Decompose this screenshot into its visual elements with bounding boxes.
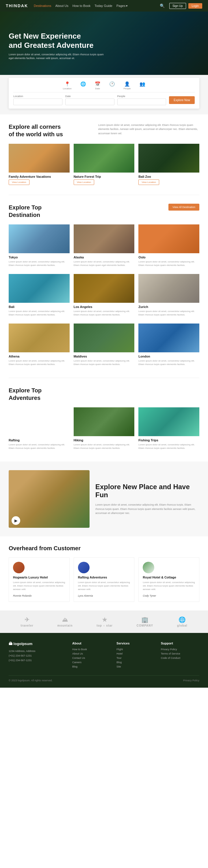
card-bali2-desc: Lorem ipsum dolor sit amet, consectetur … — [9, 310, 70, 317]
footer-link-privacy[interactable]: Privacy Policy — [161, 648, 199, 651]
card-family: Family Adventure Vacations View Location — [9, 144, 70, 186]
footer-link-about-us[interactable]: About Us — [72, 652, 111, 655]
card-alaska-title: Alaska — [74, 255, 135, 259]
card-family-body: Family Adventure Vacations View Location — [9, 173, 70, 186]
people-input[interactable] — [117, 98, 166, 105]
adventures-header: Explore Top Adventures — [9, 386, 199, 402]
footer-col-services: Services Flight Hotel Tour Blog Site — [116, 642, 155, 670]
footer-col-support: Support Privacy Policy Terms of Service … — [161, 642, 199, 670]
footer-services-title: Services — [116, 642, 155, 645]
card-la-body: Los Angeles Lorem ipsum dolor sit amet, … — [74, 303, 135, 319]
testimonials-section: Overheard from Customer Hogwarts Luxury … — [0, 536, 208, 611]
footer-link-flight[interactable]: Flight — [116, 648, 155, 651]
card-bali-body: Bali Zoo View Location — [138, 173, 199, 186]
footer-grid: 🏔 logolpsum 1234 Address, Address (+01) … — [9, 642, 199, 670]
card-athena-title: Athena — [9, 354, 70, 358]
partner-mountain: ⛰ mountain — [57, 617, 73, 627]
location-label: Location — [13, 95, 62, 98]
maldives-image — [74, 323, 135, 352]
footer-link-site[interactable]: Site — [116, 665, 155, 668]
people-search-icon[interactable]: 👤 People — [124, 81, 131, 90]
search-icons-row: 📍 Location 🌐 📅 Date 🕐 👤 People 👥 — [13, 81, 195, 92]
nav-logo: THINDAK — [6, 3, 28, 8]
footer-policy-link[interactable]: Privacy Policy — [183, 679, 199, 682]
date-field: Date — [65, 95, 114, 105]
location-input[interactable] — [13, 98, 62, 105]
footer-link-blog-service[interactable]: Blog — [116, 661, 155, 664]
testimonial-3: Royal Hotel & Cottage Lorem ipsum dolor … — [138, 557, 199, 602]
explore-new-image: ▶ — [9, 470, 89, 528]
top-adventures-section: Explore Top Adventures Rafting Lorem ips… — [0, 378, 208, 462]
footer-link-blog-about[interactable]: Blog — [72, 665, 111, 668]
nav-link-how[interactable]: How to Book — [73, 4, 90, 8]
footer-link-terms[interactable]: Terms of Service — [161, 652, 199, 655]
tokyo-image — [9, 224, 70, 253]
oslo-image — [138, 224, 199, 253]
footer-contact: 1234 Address, Address (+01) 234-567-1231… — [9, 649, 67, 663]
view-all-destinations-button[interactable]: View All Destination — [168, 204, 199, 211]
nav-link-pages[interactable]: Pages ▾ — [116, 4, 128, 8]
explore-button[interactable]: Explore Now — [169, 96, 195, 104]
adventures-title: Explore Top Adventures — [9, 386, 67, 402]
nav-link-destinations[interactable]: Destinations — [34, 4, 51, 8]
avatar-rafting — [78, 562, 89, 573]
card-tokyo-title: Tokyo — [9, 255, 70, 259]
footer-link-code[interactable]: Code of Conduct — [161, 656, 199, 659]
group-search-icon[interactable]: 👥 — [139, 81, 145, 90]
card-zurich-desc: Lorem ipsum dolor sit amet, consectetur … — [138, 310, 199, 317]
nav-link-about[interactable]: About Us — [55, 4, 69, 8]
testimonial-author-1: Ronnie Rolando — [13, 594, 32, 597]
card-oslo-body: Oslo Lorem ipsum dolor sit amet, consect… — [138, 253, 199, 270]
card-forest-button[interactable]: View Location — [74, 180, 95, 185]
partner-traveler: ✈ traveler — [21, 616, 33, 627]
athena-image — [9, 323, 70, 352]
london-image — [138, 323, 199, 352]
card-family-title: Family Adventure Vacations — [9, 175, 70, 178]
card-fishing: Fishing Trips Lorem ipsum dolor sit amet… — [138, 407, 199, 453]
time-search-icon[interactable]: 🕐 — [109, 81, 115, 90]
date-search-icon[interactable]: 📅 Date — [95, 81, 101, 90]
footer-col-about: About How to Book About Us Contact Us Ca… — [72, 642, 111, 670]
card-hiking-title: Hiking — [74, 438, 135, 442]
hotel-hogwarts: Hogwarts Luxury Hotel — [13, 576, 65, 579]
nav-link-guide[interactable]: Today Guide — [95, 4, 112, 8]
footer-logo: 🏔 logolpsum — [9, 642, 67, 646]
card-fishing-desc: Lorem ipsum dolor sit amet, consectetur … — [138, 443, 199, 450]
search-bar-container: 📍 Location 🌐 📅 Date 🕐 👤 People 👥 — [0, 75, 208, 114]
testimonial-text-1: Lorem ipsum dolor sit amet, consectetur … — [13, 581, 65, 591]
footer-link-contact[interactable]: Contact Us — [72, 656, 111, 659]
explore-new-content: ▶ Explore New Place and Have Fun Lorem i… — [9, 470, 199, 528]
footer-link-hotel[interactable]: Hotel — [116, 652, 155, 655]
hotel-royal: Royal Hotel & Cottage — [143, 576, 195, 579]
signup-button[interactable]: Sign Up — [169, 3, 186, 9]
card-forest-body: Nature Forest Trip View Location — [74, 173, 135, 186]
explore-corners-section: Explore all corners of the world with us… — [0, 114, 208, 195]
nav-actions: 🔍 Sign Up Login — [160, 3, 202, 9]
login-button[interactable]: Login — [188, 3, 202, 9]
avatar-royal — [143, 562, 154, 573]
forest-image — [74, 144, 135, 173]
card-family-button[interactable]: View Location — [9, 180, 29, 185]
play-icon[interactable]: ▶ — [11, 516, 20, 525]
footer-link-tour[interactable]: Tour — [116, 656, 155, 659]
card-alaska-desc: Lorem ipsum dolor sit amet, consectetur … — [74, 260, 135, 267]
search-inputs-row: Location Date People Explore Now — [13, 95, 195, 105]
footer-link-how-to-book[interactable]: How to Book — [72, 648, 111, 651]
globe-search-icon[interactable]: 🌐 — [80, 81, 86, 90]
avatar-hogwarts — [13, 562, 25, 573]
card-bali-button[interactable]: View Location — [138, 180, 159, 185]
location-search-icon[interactable]: 📍 Location — [63, 81, 71, 90]
search-icon[interactable]: 🔍 — [160, 3, 165, 8]
footer-support-title: Support — [161, 642, 199, 645]
zurich-image — [138, 274, 199, 303]
card-tokyo-desc: Lorem ipsum dolor sit amet, consectetur … — [9, 260, 70, 267]
card-tokyo-body: Tokyo Lorem ipsum dolor sit amet, consec… — [9, 253, 70, 270]
people-label: People — [117, 95, 166, 98]
card-oslo-title: Oslo — [138, 255, 199, 259]
footer-link-careers[interactable]: Careers — [72, 661, 111, 664]
card-athena-body: Athena Lorem ipsum dolor sit amet, conse… — [9, 352, 70, 369]
card-la: Los Angeles Lorem ipsum dolor sit amet, … — [74, 274, 135, 319]
date-input[interactable] — [65, 98, 114, 105]
top-destination-section: Explore Top Destination View All Destina… — [0, 195, 208, 378]
card-la-desc: Lorem ipsum dolor sit amet, consectetur … — [74, 310, 135, 317]
